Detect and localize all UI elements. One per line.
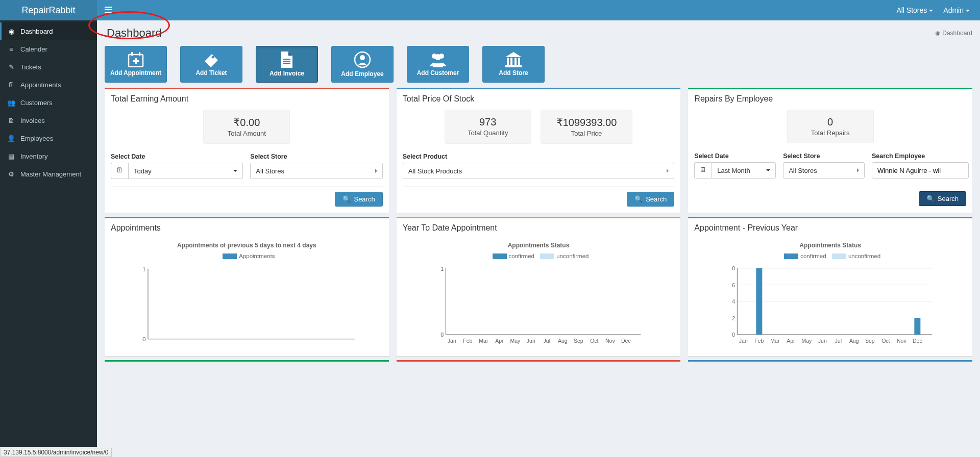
svg-text:May: May bbox=[510, 338, 521, 344]
svg-rect-18 bbox=[505, 65, 522, 67]
tag-icon: ✎ bbox=[7, 63, 15, 71]
chart-subtitle: Appointments Status bbox=[696, 242, 964, 249]
svg-point-5 bbox=[212, 56, 214, 59]
user-circle-icon bbox=[354, 51, 371, 68]
search-button[interactable]: 🔍Search bbox=[335, 192, 382, 207]
panel-title: Total Price Of Stock bbox=[403, 94, 675, 104]
svg-text:0: 0 bbox=[440, 332, 444, 338]
add-employee-button[interactable]: Add Employee bbox=[331, 46, 394, 83]
chart-subtitle: Appointments Status bbox=[405, 242, 673, 249]
sidebar-item-customers[interactable]: 👥Customers bbox=[0, 94, 97, 112]
chart-legend: Appointments bbox=[113, 253, 381, 259]
stat-repairs: 0 Total Repairs bbox=[787, 110, 874, 143]
svg-text:Apr: Apr bbox=[787, 338, 796, 344]
svg-text:Oct: Oct bbox=[590, 338, 598, 344]
sidebar-item-invoices[interactable]: 🗎Invoices bbox=[0, 112, 97, 130]
dashboard-icon: ◉ bbox=[7, 28, 15, 35]
label-search-employee: Search Employee bbox=[872, 153, 969, 160]
brand-logo[interactable]: RepairRabbit bbox=[0, 0, 97, 20]
svg-text:Dec: Dec bbox=[621, 338, 631, 344]
product-select[interactable]: All Stock Products bbox=[403, 163, 675, 179]
panel-appointments-chart: Appointments Appointments of previous 5 … bbox=[105, 217, 389, 356]
sidebar-item-inventory[interactable]: ▤Inventory bbox=[0, 147, 97, 165]
search-icon: 🔍 bbox=[634, 195, 643, 203]
chevron-down-icon bbox=[233, 170, 237, 172]
svg-text:Feb: Feb bbox=[755, 338, 764, 344]
svg-rect-7 bbox=[283, 61, 290, 62]
sidebar-item-tickets[interactable]: ✎Tickets bbox=[0, 58, 97, 76]
menu-toggle-button[interactable] bbox=[97, 6, 119, 15]
panel-repairs: Repairs By Employee 0 Total Repairs Sele… bbox=[688, 88, 972, 213]
users-icon bbox=[428, 52, 448, 67]
chevron-icon bbox=[667, 169, 669, 173]
svg-text:0: 0 bbox=[142, 336, 145, 342]
main-content: Dashboard ◉Dashboard Add Appointment Add… bbox=[97, 20, 980, 447]
svg-text:Dec: Dec bbox=[913, 338, 922, 344]
chart-legend: confirmed unconfirmed bbox=[405, 253, 673, 259]
svg-rect-4 bbox=[133, 60, 139, 62]
search-icon: 🔍 bbox=[926, 195, 935, 202]
search-button[interactable]: 🔍Search bbox=[627, 192, 674, 207]
label-select-store: Select Store bbox=[783, 153, 865, 160]
add-store-button[interactable]: Add Store bbox=[482, 46, 545, 83]
add-appointment-button[interactable]: Add Appointment bbox=[105, 46, 167, 83]
sidebar-item-employees[interactable]: 👤Employees bbox=[0, 130, 97, 147]
panel-title: Year To Date Appointment bbox=[403, 223, 675, 233]
svg-text:Nov: Nov bbox=[605, 338, 615, 344]
store-selector[interactable]: All Stores bbox=[896, 6, 933, 14]
sidebar-item-dashboard[interactable]: ◉Dashboard bbox=[0, 22, 97, 40]
user-icon: 👤 bbox=[7, 135, 15, 142]
svg-rect-16 bbox=[514, 58, 517, 65]
add-ticket-button[interactable]: Add Ticket bbox=[180, 46, 242, 83]
store-select[interactable]: All Stores bbox=[250, 163, 382, 179]
date-picker[interactable]: Today bbox=[128, 163, 243, 179]
chart-legend: confirmed unconfirmed bbox=[696, 253, 964, 259]
chevron-down-icon bbox=[766, 169, 770, 171]
svg-text:Mar: Mar bbox=[771, 338, 780, 344]
svg-text:1: 1 bbox=[142, 266, 145, 272]
search-button[interactable]: 🔍Search bbox=[919, 191, 966, 206]
label-select-store: Select Store bbox=[250, 153, 382, 160]
calendar-icon: 🗓 bbox=[7, 81, 15, 89]
panel-title: Repairs By Employee bbox=[694, 94, 966, 104]
svg-point-13 bbox=[435, 54, 441, 60]
user-menu[interactable]: Admin bbox=[943, 6, 970, 14]
svg-rect-8 bbox=[283, 63, 290, 64]
panel-earning: Total Earning Amount ₹0.00 Total Amount … bbox=[105, 88, 389, 213]
ticket-icon bbox=[203, 52, 220, 67]
add-invoice-button[interactable]: Add Invoice bbox=[256, 46, 318, 83]
search-icon: 🔍 bbox=[342, 195, 351, 203]
svg-rect-17 bbox=[518, 58, 520, 65]
chevron-icon bbox=[375, 169, 377, 173]
dashboard-icon: ◉ bbox=[935, 30, 940, 37]
page-title: Dashboard bbox=[105, 27, 162, 40]
add-customer-button[interactable]: Add Customer bbox=[407, 46, 469, 83]
svg-text:Jan: Jan bbox=[739, 338, 748, 344]
svg-text:0: 0 bbox=[732, 332, 736, 338]
gears-icon: ⚙ bbox=[7, 170, 15, 178]
svg-text:Sep: Sep bbox=[865, 338, 875, 344]
sidebar: ◉Dashboard ≡Calender ✎Tickets 🗓Appointme… bbox=[0, 20, 97, 447]
store-select[interactable]: All Stores bbox=[783, 162, 865, 179]
sidebar-item-appointments[interactable]: 🗓Appointments bbox=[0, 76, 97, 94]
sidebar-item-master[interactable]: ⚙Master Management bbox=[0, 165, 97, 183]
list-icon: ≡ bbox=[7, 45, 15, 53]
calendar-icon: 🗓 bbox=[111, 163, 128, 179]
employee-search-input[interactable] bbox=[872, 162, 969, 179]
prev-year-chart: 02468 JanFebMarAprMayJunJulAugSepOctNovD… bbox=[696, 263, 964, 350]
stat-price: ₹1099393.00 Total Price bbox=[541, 110, 633, 144]
calendar-plus-icon bbox=[127, 52, 144, 67]
breadcrumb[interactable]: ◉Dashboard bbox=[935, 30, 972, 37]
panel-title: Total Earning Amount bbox=[111, 94, 383, 104]
topbar: RepairRabbit All Stores Admin bbox=[0, 0, 980, 20]
chevron-icon bbox=[857, 168, 859, 172]
date-picker[interactable]: Last Month bbox=[712, 162, 776, 179]
svg-text:Jan: Jan bbox=[448, 338, 456, 344]
svg-text:2: 2 bbox=[732, 315, 736, 321]
file-icon bbox=[279, 52, 295, 68]
sidebar-item-calendar[interactable]: ≡Calender bbox=[0, 40, 97, 58]
svg-text:8: 8 bbox=[732, 265, 736, 271]
svg-text:4: 4 bbox=[732, 298, 736, 304]
svg-text:May: May bbox=[802, 338, 813, 344]
panel-stock: Total Price Of Stock 973 Total Quantity … bbox=[397, 88, 681, 213]
